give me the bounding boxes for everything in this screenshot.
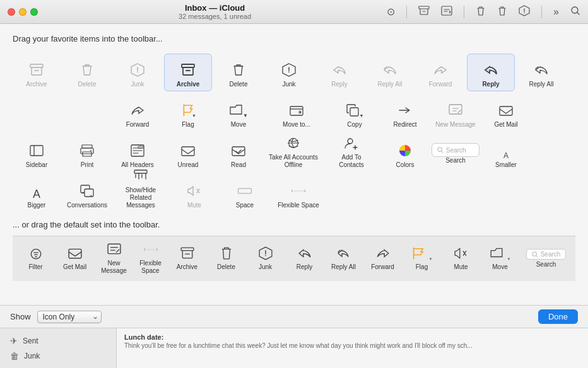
bt-junk-item[interactable]: Junk [247, 240, 284, 278]
bt-junk-label: Junk [259, 263, 272, 271]
drag-hint: Drag your favorite items into the toolba… [13, 34, 575, 43]
archive-toolbar-icon[interactable] [418, 6, 430, 18]
bt-reply-item[interactable]: Reply [286, 240, 323, 278]
conversations-item[interactable]: Conversations [63, 175, 111, 212]
done-button[interactable]: Done [538, 309, 578, 324]
move-item[interactable]: ▼ Move [215, 94, 262, 132]
search-toolbar-icon[interactable] [570, 6, 580, 18]
bt-mute-icon [454, 246, 468, 262]
reply-faded-item[interactable]: Reply [315, 54, 363, 91]
bt-flag-label: Flag [416, 263, 428, 271]
svg-rect-8 [290, 106, 303, 115]
sidebar-item[interactable]: Sidebar [13, 134, 61, 172]
minimize-button[interactable] [19, 8, 26, 16]
show-hide-related-icon [134, 169, 148, 185]
delete-item[interactable]: Delete [215, 54, 262, 91]
all-headers-item[interactable]: All Headers [114, 134, 162, 172]
junk-icon [282, 63, 296, 79]
print-label: Print [81, 161, 94, 169]
sidebar-junk[interactable]: 🗑 Junk [0, 348, 116, 364]
junk-toolbar-icon[interactable] [519, 5, 530, 19]
forward-faded-item[interactable]: Forward [416, 54, 464, 91]
bt-mute-item[interactable]: Mute [443, 240, 479, 278]
colors-item[interactable]: Colors [381, 134, 429, 172]
add-to-contacts-item[interactable]: Add To Contacts [324, 134, 379, 172]
bt-move-item[interactable]: ▼ Move [482, 240, 519, 278]
traffic-lights [8, 8, 38, 16]
bigger-item[interactable]: A Bigger [13, 175, 61, 212]
delete-faded-item[interactable]: Delete [63, 54, 111, 91]
bt-flex-space-item[interactable]: Flexible Space [135, 240, 167, 278]
unread-item[interactable]: Unread [164, 134, 212, 172]
reply-label: Reply [482, 81, 499, 88]
reply-all-item[interactable]: Reply All [517, 54, 565, 91]
bt-search-item[interactable]: Search Search [521, 240, 572, 278]
forward-faded-label: Forward [429, 81, 452, 88]
print-item[interactable]: Print [63, 134, 111, 172]
maximize-button[interactable] [30, 8, 38, 16]
copy-item[interactable]: ▼ Copy [331, 94, 379, 132]
email-preview: Lunch date: Think you'll be free for a l… [117, 328, 588, 368]
forward-item[interactable]: Forward [114, 94, 162, 132]
bt-forward-item[interactable]: Forward [365, 240, 401, 278]
bt-move-icon: ▼ [490, 246, 511, 262]
sidebar-preview: ✈ Sent 🗑 Junk [0, 328, 117, 368]
more-icon[interactable]: » [553, 6, 559, 18]
reply-all-faded-item[interactable]: Reply All [366, 54, 414, 91]
close-button[interactable] [8, 8, 15, 16]
svg-rect-9 [350, 108, 358, 116]
flexible-space-item[interactable]: Flexible Space [271, 175, 326, 212]
sidebar-sent[interactable]: ✈ Sent [0, 333, 116, 348]
search-grid-item[interactable]: Search Search [432, 134, 479, 172]
bt-delete-item[interactable]: Delete [208, 240, 245, 278]
take-all-accounts-item[interactable]: Take All Accounts Offline [265, 134, 322, 172]
flag-item[interactable]: ▼ Flag [164, 94, 212, 132]
add-to-contacts-label: Add To Contacts [329, 154, 374, 169]
print-icon [80, 144, 94, 159]
space-item[interactable]: Space [221, 175, 269, 212]
filter-icon[interactable]: ⊙ [387, 6, 395, 18]
bt-search-placeholder: Search [541, 251, 561, 258]
main-content: Drag your favorite items into the toolba… [0, 24, 588, 305]
bt-flag-item[interactable]: ▼ Flag [404, 240, 440, 278]
svg-rect-4 [30, 64, 43, 67]
forward-icon [131, 103, 144, 119]
svg-rect-31 [181, 248, 194, 250]
all-headers-icon [131, 144, 144, 159]
mute-item[interactable]: Mute [170, 175, 218, 212]
bt-new-message-item[interactable]: New Message [96, 240, 132, 278]
get-mail-icon [499, 103, 513, 119]
move-label: Move [231, 121, 246, 129]
junk-item[interactable]: Junk [265, 54, 313, 91]
redirect-item[interactable]: Redirect [381, 94, 429, 132]
archive-item[interactable]: Archive [164, 54, 212, 91]
bt-archive-item[interactable]: Archive [169, 240, 206, 278]
read-icon [232, 144, 245, 159]
read-item[interactable]: Read [215, 134, 262, 172]
search-box[interactable]: Search [432, 143, 479, 157]
bt-get-mail-item[interactable]: Get Mail [57, 240, 93, 278]
show-select[interactable]: Icon Only Icon and Text Text Only [37, 311, 102, 323]
move-to-item[interactable]: Move to... [265, 94, 328, 132]
archive-faded-item[interactable]: Archive [13, 54, 61, 91]
new-message-item[interactable]: New Message [432, 94, 479, 132]
bt-reply-all-item[interactable]: Reply All [326, 240, 362, 278]
flexible-space-icon [291, 184, 305, 200]
bt-filter-item[interactable]: Filter [18, 240, 54, 278]
delete-toolbar-icon[interactable] [476, 5, 486, 19]
search-grid-label: Search [445, 157, 466, 164]
get-mail-item[interactable]: Get Mail [482, 94, 530, 132]
bt-get-mail-icon [68, 246, 82, 262]
space-icon [238, 184, 252, 200]
smaller-item[interactable]: A Smaller [482, 134, 530, 172]
sent-icon: ✈ [10, 336, 18, 346]
email-preview-from: Lunch date: [124, 333, 580, 341]
show-select-wrapper[interactable]: Icon Only Icon and Text Text Only [37, 311, 102, 323]
reply-item[interactable]: Reply [467, 54, 515, 91]
sent-label: Sent [23, 336, 38, 345]
trash2-toolbar-icon[interactable] [497, 5, 507, 19]
compose-toolbar-icon[interactable] [441, 6, 452, 18]
colors-label: Colors [396, 161, 415, 169]
show-hide-related-item[interactable]: Show/Hide Related Messages [114, 175, 168, 212]
junk-faded-item[interactable]: Junk [114, 54, 162, 91]
